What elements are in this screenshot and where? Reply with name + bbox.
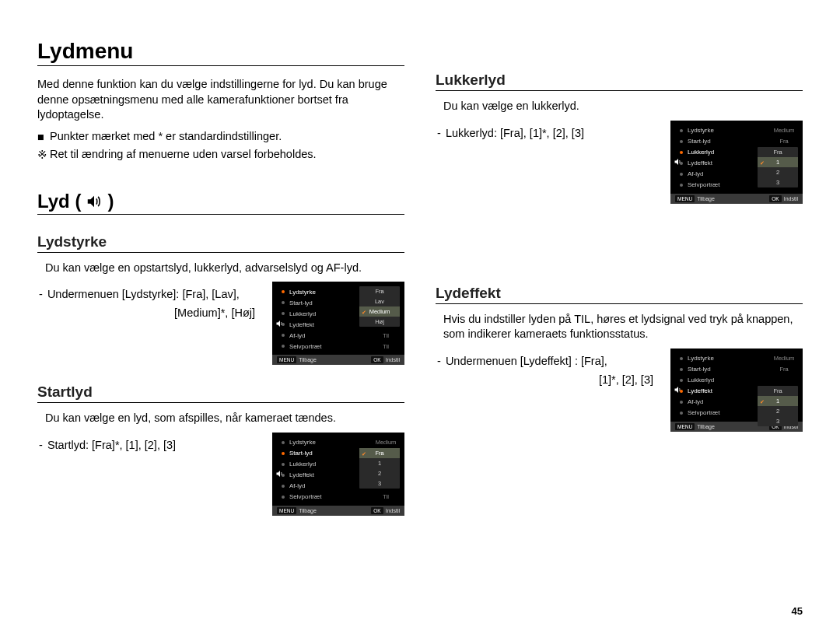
lukkerlyd-title: Lukkerlyd (436, 72, 803, 91)
camera-menu-screenshot-startlyd: LydstyrkeMedium Start-lyd Lukkerlyd Lyde… (272, 433, 404, 516)
lydeffekt-title: Lydeffekt (436, 285, 803, 304)
note-standard: ■ Punkter mærket med * er standardindsti… (37, 129, 404, 145)
startlyd-title: Startlyd (37, 384, 404, 403)
reference-mark-icon: ※ (37, 148, 47, 163)
page-number: 45 (792, 605, 803, 617)
lukkerlyd-options: - Lukkerlyd: [Fra], [1]*, [2], [3] (436, 127, 660, 139)
lydeffekt-desc: Hvis du indstiller lyden på TIL, høres e… (436, 312, 803, 342)
right-column: Lukkerlyd Du kan vælge en lukkerlyd. - L… (436, 39, 803, 516)
lydstyrke-desc: Du kan vælge en opstartslyd, lukkerlyd, … (37, 261, 404, 276)
lukkerlyd-desc: Du kan vælge en lukkerlyd. (436, 99, 803, 114)
camera-menu-screenshot-lydstyrke: Lydstyrke Start-lydFra Lukkerlyd Lydeffe… (272, 282, 404, 365)
lydstyrke-title: Lydstyrke (37, 233, 404, 253)
lydeffekt-options-2: [1]*, [2], [3] (436, 373, 660, 386)
intro-paragraph: Med denne funktion kan du vælge indstill… (37, 77, 404, 123)
speaker-icon (86, 193, 103, 210)
lydstyrke-options: - Undermenuen [Lydstyrke]: [Fra], [Lav], (37, 288, 261, 300)
page-title: Lydmenu (37, 39, 404, 66)
lydeffekt-options-1: - Undermenuen [Lydeffekt] : [Fra], (436, 355, 660, 367)
startlyd-options: - Startlyd: [Fra]*, [1], [2], [3] (37, 439, 261, 451)
camera-menu-screenshot-lukkerlyd: LydstyrkeMedium Start-lydFra Lukkerlyd L… (670, 121, 803, 204)
startlyd-desc: Du kan vælge en lyd, som afspilles, når … (37, 411, 404, 426)
intro-notes: ■ Punkter mærket med * er standardindsti… (37, 129, 404, 163)
square-bullet-icon: ■ (37, 130, 44, 145)
camera-menu-screenshot-lydeffekt: LydstyrkeMedium Start-lydFra Lukkerlyd L… (670, 349, 803, 432)
left-column: Lydmenu Med denne funktion kan du vælge … (37, 39, 404, 516)
section-lyd-title: Lyd ( ) (37, 191, 404, 215)
note-change: ※ Ret til ændring af menuerne uden varse… (37, 147, 404, 163)
